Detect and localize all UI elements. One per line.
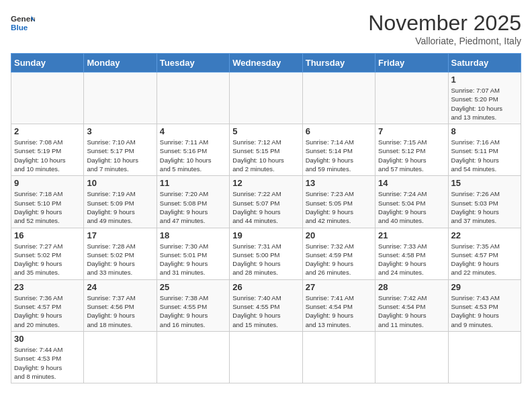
calendar-cell xyxy=(84,331,157,383)
day-info: Sunrise: 7:23 AM Sunset: 5:05 PM Dayligh… xyxy=(306,189,372,225)
day-info: Sunrise: 7:19 AM Sunset: 5:09 PM Dayligh… xyxy=(87,189,153,225)
day-info: Sunrise: 7:08 AM Sunset: 5:19 PM Dayligh… xyxy=(14,138,81,173)
day-info: Sunrise: 7:15 AM Sunset: 5:12 PM Dayligh… xyxy=(378,138,445,173)
day-number: 19 xyxy=(232,230,299,240)
day-info: Sunrise: 7:28 AM Sunset: 5:02 PM Dayligh… xyxy=(87,242,153,277)
calendar-cell: 3Sunrise: 7:10 AM Sunset: 5:17 PM Daylig… xyxy=(84,124,157,176)
day-header-sunday: Sunday xyxy=(11,54,84,73)
calendar-cell: 14Sunrise: 7:24 AM Sunset: 5:04 PM Dayli… xyxy=(375,176,448,228)
day-number: 8 xyxy=(451,126,518,136)
day-header-thursday: Thursday xyxy=(302,54,375,73)
day-number: 27 xyxy=(306,282,372,292)
calendar-cell: 21Sunrise: 7:33 AM Sunset: 4:58 PM Dayli… xyxy=(375,228,448,279)
calendar-cell xyxy=(230,331,302,383)
calendar-cell: 2Sunrise: 7:08 AM Sunset: 5:19 PM Daylig… xyxy=(11,124,84,176)
day-info: Sunrise: 7:30 AM Sunset: 5:01 PM Dayligh… xyxy=(160,242,226,277)
day-number: 23 xyxy=(14,282,81,292)
day-number: 2 xyxy=(14,126,81,136)
calendar-cell xyxy=(448,331,521,383)
calendar-cell: 18Sunrise: 7:30 AM Sunset: 5:01 PM Dayli… xyxy=(157,228,229,279)
week-row-6: 30Sunrise: 7:44 AM Sunset: 4:53 PM Dayli… xyxy=(11,331,521,383)
calendar-cell xyxy=(11,73,84,124)
day-info: Sunrise: 7:26 AM Sunset: 5:03 PM Dayligh… xyxy=(451,189,518,225)
day-info: Sunrise: 7:42 AM Sunset: 4:54 PM Dayligh… xyxy=(378,293,445,329)
calendar-cell: 5Sunrise: 7:12 AM Sunset: 5:15 PM Daylig… xyxy=(230,124,302,176)
day-number: 11 xyxy=(160,178,226,188)
day-number: 28 xyxy=(378,282,445,292)
calendar-cell: 13Sunrise: 7:23 AM Sunset: 5:05 PM Dayli… xyxy=(302,176,375,228)
day-number: 4 xyxy=(160,126,226,136)
day-info: Sunrise: 7:43 AM Sunset: 4:53 PM Dayligh… xyxy=(451,293,518,329)
calendar-cell xyxy=(157,73,229,124)
day-info: Sunrise: 7:38 AM Sunset: 4:55 PM Dayligh… xyxy=(160,293,226,329)
calendar-table: SundayMondayTuesdayWednesdayThursdayFrid… xyxy=(11,53,521,383)
day-info: Sunrise: 7:12 AM Sunset: 5:15 PM Dayligh… xyxy=(232,138,299,173)
calendar-cell xyxy=(302,331,375,383)
header: General Blue November 2025 Valloriate, P… xyxy=(11,11,521,46)
calendar-cell xyxy=(84,73,157,124)
day-info: Sunrise: 7:10 AM Sunset: 5:17 PM Dayligh… xyxy=(87,138,153,173)
calendar-cell: 26Sunrise: 7:40 AM Sunset: 4:55 PM Dayli… xyxy=(230,279,302,331)
day-header-monday: Monday xyxy=(84,54,157,73)
calendar-cell: 6Sunrise: 7:14 AM Sunset: 5:14 PM Daylig… xyxy=(302,124,375,176)
day-number: 22 xyxy=(451,230,518,240)
day-number: 16 xyxy=(14,230,81,240)
calendar-header-row: SundayMondayTuesdayWednesdayThursdayFrid… xyxy=(11,54,521,73)
day-number: 7 xyxy=(378,126,445,136)
calendar-cell: 11Sunrise: 7:20 AM Sunset: 5:08 PM Dayli… xyxy=(157,176,229,228)
title-area: November 2025 Valloriate, Piedmont, Ital… xyxy=(368,11,521,46)
day-info: Sunrise: 7:24 AM Sunset: 5:04 PM Dayligh… xyxy=(378,189,445,225)
day-info: Sunrise: 7:18 AM Sunset: 5:10 PM Dayligh… xyxy=(14,189,81,225)
day-info: Sunrise: 7:11 AM Sunset: 5:16 PM Dayligh… xyxy=(160,138,226,173)
day-number: 29 xyxy=(451,282,518,292)
day-info: Sunrise: 7:27 AM Sunset: 5:02 PM Dayligh… xyxy=(14,242,81,277)
day-info: Sunrise: 7:16 AM Sunset: 5:11 PM Dayligh… xyxy=(451,138,518,173)
calendar-cell: 23Sunrise: 7:36 AM Sunset: 4:57 PM Dayli… xyxy=(11,279,84,331)
day-info: Sunrise: 7:22 AM Sunset: 5:07 PM Dayligh… xyxy=(232,189,299,225)
day-number: 5 xyxy=(232,126,299,136)
calendar-cell: 28Sunrise: 7:42 AM Sunset: 4:54 PM Dayli… xyxy=(375,279,448,331)
calendar-cell xyxy=(157,331,229,383)
week-row-5: 23Sunrise: 7:36 AM Sunset: 4:57 PM Dayli… xyxy=(11,279,521,331)
calendar-cell: 30Sunrise: 7:44 AM Sunset: 4:53 PM Dayli… xyxy=(11,331,84,383)
day-number: 1 xyxy=(451,75,518,85)
calendar-cell: 19Sunrise: 7:31 AM Sunset: 5:00 PM Dayli… xyxy=(230,228,302,279)
calendar-cell: 16Sunrise: 7:27 AM Sunset: 5:02 PM Dayli… xyxy=(11,228,84,279)
calendar-cell: 25Sunrise: 7:38 AM Sunset: 4:55 PM Dayli… xyxy=(157,279,229,331)
day-info: Sunrise: 7:07 AM Sunset: 5:20 PM Dayligh… xyxy=(451,86,518,122)
day-number: 3 xyxy=(87,126,153,136)
day-info: Sunrise: 7:40 AM Sunset: 4:55 PM Dayligh… xyxy=(232,293,299,329)
day-number: 14 xyxy=(378,178,445,188)
day-number: 17 xyxy=(87,230,153,240)
calendar-cell: 8Sunrise: 7:16 AM Sunset: 5:11 PM Daylig… xyxy=(448,124,521,176)
day-info: Sunrise: 7:35 AM Sunset: 4:57 PM Dayligh… xyxy=(451,242,518,277)
day-number: 25 xyxy=(160,282,226,292)
day-info: Sunrise: 7:14 AM Sunset: 5:14 PM Dayligh… xyxy=(306,138,372,173)
svg-text:Blue: Blue xyxy=(11,23,28,32)
month-title: November 2025 xyxy=(368,11,521,36)
calendar-cell: 15Sunrise: 7:26 AM Sunset: 5:03 PM Dayli… xyxy=(448,176,521,228)
day-info: Sunrise: 7:32 AM Sunset: 4:59 PM Dayligh… xyxy=(306,242,372,277)
day-number: 6 xyxy=(306,126,372,136)
day-header-saturday: Saturday xyxy=(448,54,521,73)
day-number: 20 xyxy=(306,230,372,240)
calendar-cell: 10Sunrise: 7:19 AM Sunset: 5:09 PM Dayli… xyxy=(84,176,157,228)
calendar-cell: 4Sunrise: 7:11 AM Sunset: 5:16 PM Daylig… xyxy=(157,124,229,176)
day-number: 26 xyxy=(232,282,299,292)
calendar-cell xyxy=(375,331,448,383)
calendar-cell: 17Sunrise: 7:28 AM Sunset: 5:02 PM Dayli… xyxy=(84,228,157,279)
calendar-cell xyxy=(302,73,375,124)
day-header-friday: Friday xyxy=(375,54,448,73)
day-number: 18 xyxy=(160,230,226,240)
day-info: Sunrise: 7:41 AM Sunset: 4:54 PM Dayligh… xyxy=(306,293,372,329)
day-info: Sunrise: 7:20 AM Sunset: 5:08 PM Dayligh… xyxy=(160,189,226,225)
day-number: 24 xyxy=(87,282,153,292)
calendar-cell: 22Sunrise: 7:35 AM Sunset: 4:57 PM Dayli… xyxy=(448,228,521,279)
day-number: 30 xyxy=(14,334,81,344)
calendar-cell: 24Sunrise: 7:37 AM Sunset: 4:56 PM Dayli… xyxy=(84,279,157,331)
calendar-cell xyxy=(230,73,302,124)
calendar-cell xyxy=(375,73,448,124)
day-info: Sunrise: 7:37 AM Sunset: 4:56 PM Dayligh… xyxy=(87,293,153,329)
day-info: Sunrise: 7:36 AM Sunset: 4:57 PM Dayligh… xyxy=(14,293,81,329)
day-header-wednesday: Wednesday xyxy=(230,54,302,73)
